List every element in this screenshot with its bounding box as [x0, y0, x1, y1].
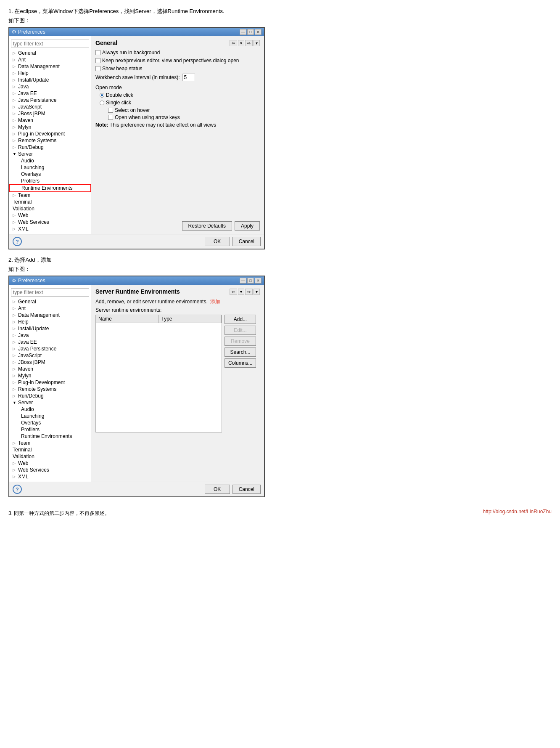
tree2-item-overlays[interactable]: Overlays [9, 419, 91, 426]
step3-link[interactable]: http://blog.csdn.net/LinRuoZhu [483, 509, 552, 515]
step3-row: 3. 同第一种方式的第二步内容，不再多累述。 http://blog.csdn.… [8, 504, 552, 517]
nav-fwd-btn[interactable]: ▾ [238, 40, 244, 46]
tree2-item-jboss[interactable]: ▷ JBoss jBPM [9, 359, 91, 366]
tree-item-xml[interactable]: ▷ XML [9, 225, 91, 232]
tree2-item-maven[interactable]: ▷ Maven [9, 366, 91, 372]
tree2-item-mylyn[interactable]: ▷ Mylyn [9, 372, 91, 379]
tree2-item-general[interactable]: ▷ General [9, 298, 91, 305]
ok-button-1[interactable]: OK [205, 237, 230, 246]
tree2-item-launching[interactable]: Launching [9, 413, 91, 419]
tree-item-launching[interactable]: Launching [9, 164, 91, 171]
tree-item-runtime-env[interactable]: Runtime Environments [9, 184, 91, 192]
minimize-button-2[interactable]: — [240, 278, 246, 284]
tree-item-audio[interactable]: Audio [9, 157, 91, 164]
help-button-1[interactable]: ? [13, 237, 22, 246]
tree2-item-xml[interactable]: ▷ XML [9, 473, 91, 480]
nav2-down-btn[interactable]: ▾ [254, 289, 260, 295]
nav2-back-btn[interactable]: ⇦ [230, 289, 237, 295]
remove-button[interactable]: Remove [225, 337, 256, 346]
tree2-item-java[interactable]: ▷ Java [9, 332, 91, 339]
columns-button[interactable]: Columns... [225, 358, 256, 368]
tree-label-js: JavaScript [18, 104, 42, 110]
dialog1-footer: ? OK Cancel [9, 234, 264, 249]
minimize-button[interactable]: — [240, 29, 246, 35]
add-button[interactable]: Add... [225, 315, 256, 324]
tree2-item-rs[interactable]: ▷ Remote Systems [9, 386, 91, 393]
ok-button-2[interactable]: OK [205, 485, 230, 494]
tree2-item-profilers[interactable]: Profilers [9, 426, 91, 433]
nav2-forward-btn[interactable]: ⇨ [245, 289, 253, 295]
tree-item-web[interactable]: ▷ Web [9, 212, 91, 219]
tree-item-mylyn[interactable]: ▷ Mylyn [9, 124, 91, 130]
tree2-item-iu[interactable]: ▷ Install/Update [9, 325, 91, 332]
tree-item-webservices[interactable]: ▷ Web Services [9, 219, 91, 225]
close-button-2[interactable]: ✕ [255, 278, 262, 284]
cancel-button-2[interactable]: Cancel [232, 485, 261, 494]
tree2-item-terminal[interactable]: Terminal [9, 446, 91, 453]
tree-item-maven[interactable]: ▷ Maven [9, 117, 91, 124]
keep-prev-checkbox[interactable] [95, 58, 100, 63]
single-click-radio[interactable] [100, 101, 104, 105]
search-button[interactable]: Search... [225, 347, 256, 357]
restore-defaults-button[interactable]: Restore Defaults [182, 221, 232, 231]
tree-item-help[interactable]: ▷ Help [9, 70, 91, 77]
nav-down-btn[interactable]: ▾ [254, 40, 260, 46]
edit-button[interactable]: Edit... [225, 326, 256, 335]
tree-item-rundebug[interactable]: ▷ Run/Debug [9, 144, 91, 151]
tree-item-installupdate[interactable]: ▷ Install/Update [9, 77, 91, 83]
tree-item-java[interactable]: ▷ Java [9, 83, 91, 90]
tree2-item-server[interactable]: ▼ Server [9, 399, 91, 406]
show-heap-row: Show heap status [95, 66, 260, 72]
tree-item-datamanagement[interactable]: ▷ Data Management [9, 63, 91, 70]
arrow2-rd: ▷ [13, 394, 17, 398]
tree-item-ant[interactable]: ▷ Ant [9, 56, 91, 63]
select-hover-checkbox[interactable] [108, 108, 113, 113]
tree2-label-maven: Maven [18, 366, 33, 372]
show-heap-checkbox[interactable] [95, 66, 100, 71]
tree-item-plugindev[interactable]: ▷ Plug-in Development [9, 130, 91, 137]
tree-item-jboss[interactable]: ▷ JBoss jBPM [9, 110, 91, 117]
filter-input-2[interactable] [11, 288, 89, 297]
double-click-radio[interactable] [100, 93, 104, 98]
help-button-2[interactable]: ? [13, 485, 22, 494]
tree-item-remotesystems[interactable]: ▷ Remote Systems [9, 137, 91, 144]
show-heap-label: Show heap status [102, 66, 142, 72]
maximize-button-2[interactable]: □ [247, 278, 254, 284]
close-button[interactable]: ✕ [255, 29, 262, 35]
tree2-item-dm[interactable]: ▷ Data Management [9, 312, 91, 318]
nav2-fwd-btn[interactable]: ▾ [238, 289, 244, 295]
tree2-item-validation[interactable]: Validation [9, 453, 91, 460]
tree-item-javapersistence[interactable]: ▷ Java Persistence [9, 97, 91, 103]
tree-item-profilers[interactable]: Profilers [9, 178, 91, 184]
filter-input-1[interactable] [11, 40, 89, 48]
tree-item-overlays[interactable]: Overlays [9, 171, 91, 178]
tree2-item-js[interactable]: ▷ JavaScript [9, 352, 91, 359]
tree2-item-audio[interactable]: Audio [9, 406, 91, 413]
apply-button[interactable]: Apply [235, 221, 260, 231]
tree2-item-team[interactable]: ▷ Team [9, 440, 91, 446]
open-arrow-checkbox[interactable] [108, 115, 113, 120]
tree-item-validation[interactable]: Validation [9, 205, 91, 212]
tree-item-javaee[interactable]: ▷ Java EE [9, 90, 91, 97]
tree2-item-web[interactable]: ▷ Web [9, 460, 91, 467]
tree2-item-ant[interactable]: ▷ Ant [9, 305, 91, 312]
always-run-checkbox[interactable] [95, 50, 100, 55]
tree2-item-javaee[interactable]: ▷ Java EE [9, 339, 91, 345]
tree2-item-rd[interactable]: ▷ Run/Debug [9, 393, 91, 399]
cancel-button-1[interactable]: Cancel [232, 237, 261, 246]
tree2-item-webservices[interactable]: ▷ Web Services [9, 467, 91, 473]
tree2-item-jp[interactable]: ▷ Java Persistence [9, 345, 91, 352]
tree-item-general[interactable]: ▷ General [9, 50, 91, 56]
tree-item-javascript[interactable]: ▷ JavaScript [9, 103, 91, 110]
maximize-button[interactable]: □ [247, 29, 254, 35]
tree2-item-pd[interactable]: ▷ Plug-in Development [9, 379, 91, 386]
tree-label-validation: Validation [13, 206, 34, 212]
tree-item-team[interactable]: ▷ Team [9, 192, 91, 199]
tree2-item-runtime-env[interactable]: Runtime Environments [9, 433, 91, 440]
save-interval-input[interactable] [182, 74, 195, 81]
tree2-item-help[interactable]: ▷ Help [9, 318, 91, 325]
nav-forward-btn[interactable]: ⇨ [245, 40, 253, 46]
tree-item-terminal[interactable]: Terminal [9, 199, 91, 205]
nav-back-btn[interactable]: ⇦ [230, 40, 237, 46]
tree-item-server[interactable]: ▼ Server [9, 151, 91, 157]
